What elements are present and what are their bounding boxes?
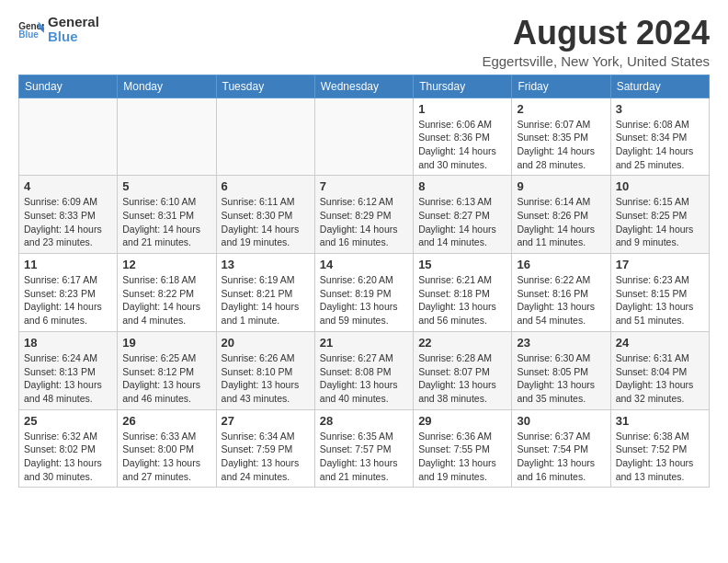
day-info: Sunrise: 6:37 AMSunset: 7:54 PMDaylight:… bbox=[517, 430, 605, 484]
logo-icon: General Blue bbox=[18, 20, 44, 39]
calendar-header-row: SundayMondayTuesdayWednesdayThursdayFrid… bbox=[19, 75, 710, 98]
calendar-cell: 16Sunrise: 6:22 AMSunset: 8:16 PMDayligh… bbox=[512, 254, 610, 332]
day-number: 19 bbox=[122, 336, 210, 350]
day-info: Sunrise: 6:35 AMSunset: 7:57 PMDaylight:… bbox=[320, 430, 408, 484]
calendar-cell: 4Sunrise: 6:09 AMSunset: 8:33 PMDaylight… bbox=[19, 176, 118, 254]
day-number: 20 bbox=[222, 336, 310, 350]
calendar-cell: 17Sunrise: 6:23 AMSunset: 8:15 PMDayligh… bbox=[610, 254, 709, 332]
day-info: Sunrise: 6:26 AMSunset: 8:10 PMDaylight:… bbox=[222, 351, 310, 406]
calendar-cell: 2Sunrise: 6:07 AMSunset: 8:35 PMDaylight… bbox=[512, 98, 610, 176]
weekday-header-saturday: Saturday bbox=[610, 75, 709, 98]
day-number: 27 bbox=[222, 414, 310, 428]
page-header: General Blue General Blue August 2024 Eg… bbox=[18, 15, 710, 69]
calendar-cell: 18Sunrise: 6:24 AMSunset: 8:13 PMDayligh… bbox=[19, 331, 118, 409]
day-number: 15 bbox=[418, 258, 506, 271]
calendar-week-row: 1Sunrise: 6:06 AMSunset: 8:36 PMDaylight… bbox=[19, 98, 710, 176]
calendar-cell: 26Sunrise: 6:33 AMSunset: 8:00 PMDayligh… bbox=[118, 409, 216, 488]
day-number: 9 bbox=[517, 179, 605, 193]
calendar-week-row: 25Sunrise: 6:32 AMSunset: 8:02 PMDayligh… bbox=[19, 409, 710, 488]
day-number: 30 bbox=[517, 414, 605, 428]
calendar-cell: 29Sunrise: 6:36 AMSunset: 7:55 PMDayligh… bbox=[414, 409, 512, 488]
day-number: 16 bbox=[517, 258, 605, 271]
day-info: Sunrise: 6:15 AMSunset: 8:25 PMDaylight:… bbox=[616, 195, 704, 249]
weekday-header-wednesday: Wednesday bbox=[314, 75, 413, 98]
month-year-title: August 2024 bbox=[482, 15, 710, 52]
day-number: 24 bbox=[616, 336, 704, 350]
day-number: 28 bbox=[320, 414, 408, 428]
calendar-cell: 10Sunrise: 6:15 AMSunset: 8:25 PMDayligh… bbox=[610, 176, 709, 254]
day-number: 10 bbox=[616, 179, 704, 193]
day-number: 13 bbox=[222, 258, 310, 271]
calendar-cell: 3Sunrise: 6:08 AMSunset: 8:34 PMDaylight… bbox=[610, 98, 709, 176]
calendar-cell bbox=[314, 98, 413, 176]
calendar-cell: 19Sunrise: 6:25 AMSunset: 8:12 PMDayligh… bbox=[118, 331, 216, 409]
day-info: Sunrise: 6:17 AMSunset: 8:23 PMDaylight:… bbox=[24, 273, 112, 327]
calendar-week-row: 4Sunrise: 6:09 AMSunset: 8:33 PMDaylight… bbox=[19, 176, 710, 254]
day-number: 29 bbox=[418, 414, 506, 428]
calendar-cell: 23Sunrise: 6:30 AMSunset: 8:05 PMDayligh… bbox=[512, 331, 610, 409]
calendar-cell: 9Sunrise: 6:14 AMSunset: 8:26 PMDaylight… bbox=[512, 176, 610, 254]
day-info: Sunrise: 6:20 AMSunset: 8:19 PMDaylight:… bbox=[320, 273, 408, 327]
calendar-cell: 21Sunrise: 6:27 AMSunset: 8:08 PMDayligh… bbox=[314, 331, 413, 409]
calendar-cell: 24Sunrise: 6:31 AMSunset: 8:04 PMDayligh… bbox=[610, 331, 709, 409]
day-info: Sunrise: 6:08 AMSunset: 8:34 PMDaylight:… bbox=[616, 118, 704, 172]
calendar-cell: 1Sunrise: 6:06 AMSunset: 8:36 PMDaylight… bbox=[414, 98, 512, 176]
day-info: Sunrise: 6:24 AMSunset: 8:13 PMDaylight:… bbox=[24, 351, 112, 406]
day-info: Sunrise: 6:21 AMSunset: 8:18 PMDaylight:… bbox=[418, 273, 506, 327]
weekday-header-sunday: Sunday bbox=[19, 75, 118, 98]
calendar-cell: 13Sunrise: 6:19 AMSunset: 8:21 PMDayligh… bbox=[216, 254, 314, 332]
day-info: Sunrise: 6:31 AMSunset: 8:04 PMDaylight:… bbox=[616, 351, 704, 406]
calendar-cell: 14Sunrise: 6:20 AMSunset: 8:19 PMDayligh… bbox=[314, 254, 413, 332]
day-number: 3 bbox=[616, 102, 704, 116]
day-info: Sunrise: 6:06 AMSunset: 8:36 PMDaylight:… bbox=[418, 118, 506, 172]
day-info: Sunrise: 6:22 AMSunset: 8:16 PMDaylight:… bbox=[517, 273, 605, 327]
day-number: 7 bbox=[320, 179, 408, 193]
day-number: 12 bbox=[122, 258, 210, 271]
logo: General Blue General Blue bbox=[18, 15, 99, 44]
calendar-cell: 5Sunrise: 6:10 AMSunset: 8:31 PMDaylight… bbox=[118, 176, 216, 254]
weekday-header-tuesday: Tuesday bbox=[216, 75, 314, 98]
calendar-cell: 27Sunrise: 6:34 AMSunset: 7:59 PMDayligh… bbox=[216, 409, 314, 488]
day-number: 25 bbox=[24, 414, 112, 428]
weekday-header-friday: Friday bbox=[512, 75, 610, 98]
day-number: 11 bbox=[24, 258, 112, 271]
day-number: 8 bbox=[418, 179, 506, 193]
day-info: Sunrise: 6:38 AMSunset: 7:52 PMDaylight:… bbox=[616, 430, 704, 484]
logo-blue-text: Blue bbox=[48, 29, 78, 44]
logo-general-text: General bbox=[48, 14, 99, 29]
title-section: August 2024 Eggertsville, New York, Unit… bbox=[482, 15, 710, 69]
calendar-cell: 28Sunrise: 6:35 AMSunset: 7:57 PMDayligh… bbox=[314, 409, 413, 488]
calendar-table: SundayMondayTuesdayWednesdayThursdayFrid… bbox=[18, 75, 710, 488]
calendar-cell: 30Sunrise: 6:37 AMSunset: 7:54 PMDayligh… bbox=[512, 409, 610, 488]
day-info: Sunrise: 6:11 AMSunset: 8:30 PMDaylight:… bbox=[222, 195, 310, 249]
calendar-cell: 7Sunrise: 6:12 AMSunset: 8:29 PMDaylight… bbox=[314, 176, 413, 254]
day-number: 4 bbox=[24, 179, 112, 193]
day-number: 21 bbox=[320, 336, 408, 350]
location-subtitle: Eggertsville, New York, United States bbox=[482, 53, 710, 69]
calendar-cell: 20Sunrise: 6:26 AMSunset: 8:10 PMDayligh… bbox=[216, 331, 314, 409]
calendar-cell: 25Sunrise: 6:32 AMSunset: 8:02 PMDayligh… bbox=[19, 409, 118, 488]
calendar-cell: 6Sunrise: 6:11 AMSunset: 8:30 PMDaylight… bbox=[216, 176, 314, 254]
day-number: 17 bbox=[616, 258, 704, 271]
day-info: Sunrise: 6:36 AMSunset: 7:55 PMDaylight:… bbox=[418, 430, 506, 484]
day-info: Sunrise: 6:10 AMSunset: 8:31 PMDaylight:… bbox=[122, 195, 210, 249]
day-info: Sunrise: 6:34 AMSunset: 7:59 PMDaylight:… bbox=[222, 430, 310, 484]
calendar-cell: 8Sunrise: 6:13 AMSunset: 8:27 PMDaylight… bbox=[414, 176, 512, 254]
calendar-cell: 11Sunrise: 6:17 AMSunset: 8:23 PMDayligh… bbox=[19, 254, 118, 332]
calendar-cell bbox=[19, 98, 118, 176]
day-number: 26 bbox=[122, 414, 210, 428]
calendar-cell: 15Sunrise: 6:21 AMSunset: 8:18 PMDayligh… bbox=[414, 254, 512, 332]
calendar-cell: 22Sunrise: 6:28 AMSunset: 8:07 PMDayligh… bbox=[414, 331, 512, 409]
day-info: Sunrise: 6:09 AMSunset: 8:33 PMDaylight:… bbox=[24, 195, 112, 249]
day-number: 18 bbox=[24, 336, 112, 350]
day-info: Sunrise: 6:33 AMSunset: 8:00 PMDaylight:… bbox=[122, 430, 210, 484]
day-number: 31 bbox=[616, 414, 704, 428]
day-info: Sunrise: 6:28 AMSunset: 8:07 PMDaylight:… bbox=[418, 351, 506, 406]
day-info: Sunrise: 6:23 AMSunset: 8:15 PMDaylight:… bbox=[616, 273, 704, 327]
svg-text:Blue: Blue bbox=[18, 29, 39, 39]
calendar-cell: 31Sunrise: 6:38 AMSunset: 7:52 PMDayligh… bbox=[610, 409, 709, 488]
day-number: 1 bbox=[418, 102, 506, 116]
calendar-cell: 12Sunrise: 6:18 AMSunset: 8:22 PMDayligh… bbox=[118, 254, 216, 332]
day-number: 5 bbox=[122, 179, 210, 193]
day-info: Sunrise: 6:14 AMSunset: 8:26 PMDaylight:… bbox=[517, 195, 605, 249]
